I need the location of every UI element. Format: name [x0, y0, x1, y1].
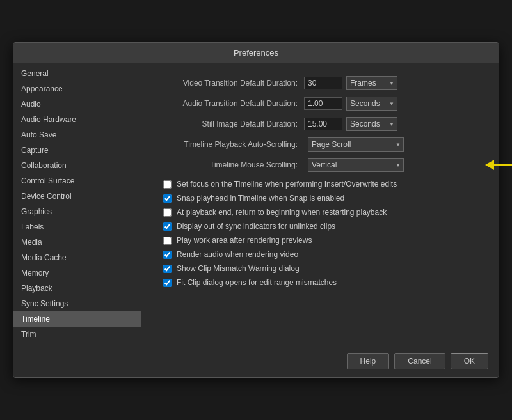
sidebar-item-appearance[interactable]: Appearance — [13, 81, 141, 97]
sidebar-item-capture[interactable]: Capture — [13, 143, 141, 158]
audio-transition-label: Audio Transition Default Duration: — [157, 99, 304, 108]
checkbox-cb3[interactable] — [163, 208, 172, 217]
checkbox-row-cb4: Display out of sync indicators for unlin… — [163, 222, 483, 231]
checkbox-row-cb7: Show Clip Mismatch Warning dialog — [163, 264, 483, 273]
checkbox-cb2[interactable] — [163, 194, 172, 203]
video-transition-unit-wrapper[interactable]: Frames Seconds — [346, 76, 397, 90]
audio-transition-unit-select[interactable]: Seconds Frames — [346, 97, 397, 111]
checkbox-cb7[interactable] — [163, 265, 172, 273]
sidebar-item-media-cache[interactable]: Media Cache — [13, 250, 141, 265]
arrow-shaft — [494, 164, 512, 166]
arrow-indicator — [485, 160, 512, 170]
video-transition-unit-select[interactable]: Frames Seconds — [346, 76, 397, 90]
checkbox-cb1[interactable] — [163, 180, 172, 189]
timeline-playback-select[interactable]: Page Scroll No Scroll Smooth Scroll — [308, 137, 404, 152]
sidebar-item-sync-settings[interactable]: Sync Settings — [13, 296, 141, 311]
still-image-label: Still Image Default Duration: — [157, 120, 304, 128]
timeline-mouse-select[interactable]: Vertical Horizontal Zoom — [308, 158, 404, 172]
video-transition-label: Video Transition Default Duration: — [157, 79, 304, 88]
sidebar-item-general[interactable]: General — [13, 66, 141, 81]
checkbox-cb5[interactable] — [163, 237, 172, 245]
ok-button[interactable]: OK — [451, 353, 488, 369]
checkbox-row-cb8: Fit Clip dialog opens for edit range mis… — [163, 278, 483, 287]
video-transition-row: Video Transition Default Duration: Frame… — [157, 76, 483, 90]
checkbox-cb8[interactable] — [163, 279, 172, 287]
dialog-footer: Help Cancel OK — [13, 345, 499, 377]
checkbox-section: Set focus on the Timeline when performin… — [157, 180, 483, 287]
sidebar: GeneralAppearanceAudioAudio HardwareAuto… — [13, 63, 141, 345]
audio-transition-unit-wrapper[interactable]: Seconds Frames — [346, 97, 397, 111]
still-image-unit-wrapper[interactable]: Seconds Frames — [346, 117, 397, 131]
help-button[interactable]: Help — [347, 353, 390, 369]
sidebar-item-memory[interactable]: Memory — [13, 265, 141, 281]
timeline-playback-row: Timeline Playback Auto-Scrolling: Page S… — [157, 137, 483, 152]
checkbox-label-cb6: Render audio when rendering video — [177, 250, 298, 259]
timeline-playback-wrapper[interactable]: Page Scroll No Scroll Smooth Scroll — [308, 137, 404, 152]
sidebar-item-audio[interactable]: Audio — [13, 97, 141, 112]
still-image-row: Still Image Default Duration: Seconds Fr… — [157, 117, 483, 131]
checkbox-label-cb8: Fit Clip dialog opens for edit range mis… — [177, 278, 337, 287]
checkbox-label-cb2: Snap playhead in Timeline when Snap is e… — [177, 194, 344, 203]
sidebar-item-control-surface[interactable]: Control Surface — [13, 173, 141, 189]
cancel-button[interactable]: Cancel — [394, 353, 445, 369]
checkbox-label-cb7: Show Clip Mismatch Warning dialog — [177, 264, 300, 273]
still-image-input[interactable] — [304, 118, 342, 130]
checkbox-row-cb3: At playback end, return to beginning whe… — [163, 208, 483, 217]
dialog-body: GeneralAppearanceAudioAudio HardwareAuto… — [13, 63, 499, 345]
sidebar-item-labels[interactable]: Labels — [13, 219, 141, 235]
sidebar-item-media[interactable]: Media — [13, 235, 141, 250]
timeline-mouse-label: Timeline Mouse Scrolling: — [157, 160, 304, 169]
audio-transition-input[interactable] — [304, 97, 342, 110]
checkbox-cb4[interactable] — [163, 222, 172, 231]
dialog-title: Preferences — [13, 43, 499, 63]
sidebar-item-trim[interactable]: Trim — [13, 327, 141, 342]
checkbox-label-cb5: Play work area after rendering previews — [177, 236, 312, 245]
checkbox-row-cb6: Render audio when rendering video — [163, 250, 483, 259]
sidebar-item-audio-hardware[interactable]: Audio Hardware — [13, 112, 141, 127]
timeline-playback-label: Timeline Playback Auto-Scrolling: — [157, 140, 304, 149]
checkbox-label-cb4: Display out of sync indicators for unlin… — [177, 222, 335, 231]
checkbox-row-cb1: Set focus on the Timeline when performin… — [163, 180, 483, 189]
sidebar-item-playback[interactable]: Playback — [13, 281, 141, 296]
checkbox-row-cb2: Snap playhead in Timeline when Snap is e… — [163, 194, 483, 203]
preferences-dialog: Preferences GeneralAppearanceAudioAudio … — [13, 42, 499, 378]
arrow-head — [485, 160, 494, 170]
still-image-unit-select[interactable]: Seconds Frames — [346, 117, 397, 131]
content-area: Video Transition Default Duration: Frame… — [141, 63, 499, 345]
checkbox-cb6[interactable] — [163, 251, 172, 259]
video-transition-input[interactable] — [304, 77, 342, 89]
checkbox-label-cb1: Set focus on the Timeline when performin… — [177, 180, 397, 189]
checkbox-row-cb5: Play work area after rendering previews — [163, 236, 483, 245]
sidebar-item-auto-save[interactable]: Auto Save — [13, 127, 141, 143]
timeline-mouse-wrapper[interactable]: Vertical Horizontal Zoom — [308, 158, 404, 172]
sidebar-item-device-control[interactable]: Device Control — [13, 189, 141, 204]
sidebar-item-graphics[interactable]: Graphics — [13, 204, 141, 219]
timeline-mouse-row: Timeline Mouse Scrolling: Vertical Horiz… — [157, 158, 483, 172]
sidebar-item-timeline[interactable]: Timeline — [13, 311, 141, 327]
checkbox-label-cb3: At playback end, return to beginning whe… — [177, 208, 387, 217]
sidebar-item-collaboration[interactable]: Collaboration — [13, 158, 141, 173]
audio-transition-row: Audio Transition Default Duration: Secon… — [157, 97, 483, 111]
